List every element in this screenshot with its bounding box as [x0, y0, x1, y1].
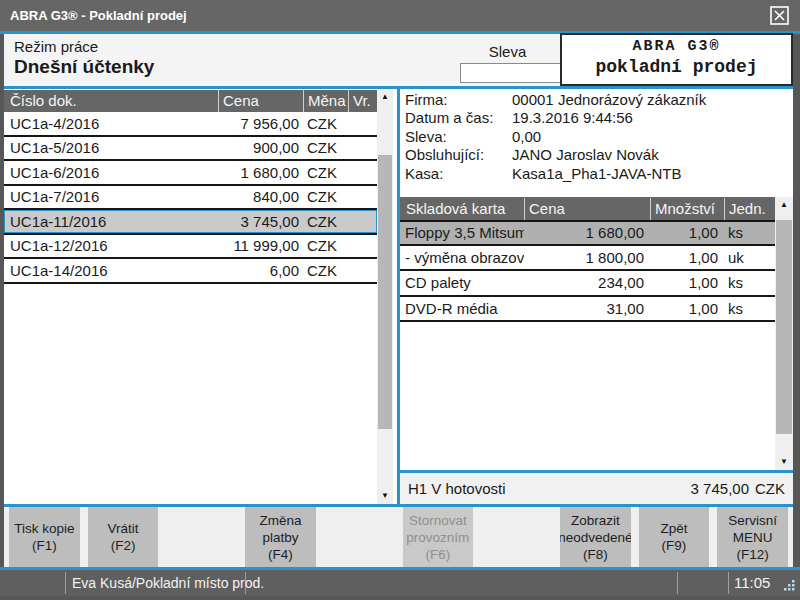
- button-f1[interactable]: Tisk kopie(F1): [9, 507, 80, 567]
- scroll-up-icon[interactable]: ▲: [775, 197, 793, 213]
- button-label: Zobrazit neodvedené: [560, 512, 631, 546]
- item-row[interactable]: DVD-R média31,001,00ks: [400, 297, 775, 323]
- items-header: Skladová kartaCenaMnožstvíJedn.: [400, 197, 775, 220]
- window-bottom-border: [0, 596, 800, 600]
- logo-line1: ABRA G3®: [562, 38, 791, 55]
- item-price: 1 800,00: [524, 249, 650, 266]
- receipt-price: 11 999,00: [218, 237, 303, 254]
- receipt-info: Firma:00001 Jednorázový zákazníkDatum a …: [400, 91, 793, 183]
- receipts-col-header: Cena: [218, 90, 303, 112]
- info-value: 0,00: [512, 128, 541, 146]
- scroll-up-icon[interactable]: ▲: [377, 89, 393, 105]
- item-price: 1 680,00: [524, 224, 650, 241]
- receipt-doc-number: UC1a-14/2016: [4, 262, 218, 279]
- item-qty: 1,00: [650, 300, 724, 317]
- total-amount: 3 745,00: [691, 473, 749, 504]
- pos-window: ABRA G3® - Pokladní prodej Režim práce D…: [0, 0, 800, 600]
- scrollbar-thumb[interactable]: [378, 155, 392, 429]
- receipt-currency: CZK: [303, 237, 348, 254]
- receipt-row[interactable]: UC1a-5/2016900,00CZK: [4, 137, 377, 162]
- button-key: (F12): [737, 546, 769, 563]
- receipts-scrollbar[interactable]: ▲ ▼: [377, 89, 393, 504]
- receipt-currency: CZK: [303, 213, 348, 230]
- button-key: (F4): [268, 546, 293, 563]
- scroll-down-icon[interactable]: ▼: [775, 454, 793, 470]
- info-value: 00001 Jednorázový zákazník: [512, 91, 706, 109]
- receipt-doc-number: UC1a-11/2016: [4, 213, 218, 230]
- receipt-currency: CZK: [303, 188, 348, 205]
- mode-label: Režim práce: [14, 38, 98, 55]
- item-qty: 1,00: [650, 249, 724, 266]
- total-currency: CZK: [755, 473, 785, 504]
- receipt-price: 900,00: [218, 139, 303, 156]
- info-row: Sleva:0,00: [400, 128, 793, 146]
- item-name: DVD-R média: [400, 300, 524, 317]
- button-label: Zpět: [660, 520, 687, 537]
- item-price: 31,00: [524, 300, 650, 317]
- receipts-rows: UC1a-4/20167 956,00CZKUC1a-5/2016900,00C…: [4, 112, 377, 284]
- receipt-doc-number: UC1a-4/2016: [4, 115, 218, 132]
- receipt-currency: CZK: [303, 139, 348, 156]
- items-col-header: Jedn.: [724, 198, 775, 220]
- button-f12[interactable]: Servisní MENU(F12): [717, 507, 788, 567]
- button-f8[interactable]: Zobrazit neodvedené(F8): [560, 507, 631, 567]
- receipt-row[interactable]: UC1a-7/2016840,00CZK: [4, 186, 377, 211]
- item-name: - výměna obrazovky: [400, 249, 524, 266]
- window-title: ABRA G3® - Pokladní prodej: [10, 0, 187, 31]
- items-scrollbar[interactable]: ▲ ▼: [775, 197, 793, 470]
- receipt-doc-number: UC1a-7/2016: [4, 188, 218, 205]
- main-area: Číslo dok.CenaMěnaVr. UC1a-4/20167 956,0…: [4, 89, 793, 504]
- item-unit: ks: [724, 274, 775, 291]
- info-label: Firma:: [400, 91, 512, 109]
- button-f9[interactable]: Zpět(F9): [639, 507, 710, 567]
- empty-slot: [324, 507, 395, 567]
- receipt-row[interactable]: UC1a-6/20161 680,00CZK: [4, 161, 377, 186]
- receipt-row[interactable]: UC1a-4/20167 956,00CZK: [4, 112, 377, 137]
- title-bar: ABRA G3® - Pokladní prodej: [0, 0, 800, 31]
- button-f2[interactable]: Vrátit(F2): [88, 507, 159, 567]
- button-key: (F9): [662, 537, 687, 554]
- item-row[interactable]: - výměna obrazovky1 800,001,00uk: [400, 246, 775, 272]
- button-label: Změna platby: [245, 512, 316, 546]
- receipts-header: Číslo dok.CenaMěnaVr.: [4, 90, 377, 112]
- receipt-row[interactable]: UC1a-14/20166,00CZK: [4, 259, 377, 284]
- button-f4[interactable]: Změna platby(F4): [245, 507, 316, 567]
- info-row: Kasa:Kasa1a_Pha1-JAVA-NTB: [400, 165, 793, 183]
- button-key: (F2): [111, 537, 136, 554]
- receipts-col-header: Číslo dok.: [4, 90, 218, 112]
- info-value: 19.3.2016 9:44:56: [512, 109, 633, 127]
- abra-logo: ABRA G3® pokladní prodej: [560, 33, 793, 86]
- scrollbar-thumb[interactable]: [776, 220, 792, 434]
- status-separator: [65, 572, 66, 594]
- item-row[interactable]: CD palety234,001,00ks: [400, 271, 775, 297]
- mode-value: Dnešní účtenky: [14, 56, 154, 78]
- scroll-down-icon[interactable]: ▼: [377, 488, 393, 504]
- discount-input[interactable]: [460, 63, 561, 83]
- status-separator: [677, 572, 678, 594]
- item-unit: ks: [724, 300, 775, 317]
- item-row[interactable]: Floppy 3,5 Mitsumi1 680,001,00ks: [400, 220, 775, 246]
- receipt-row[interactable]: UC1a-11/20163 745,00CZK: [4, 210, 377, 235]
- button-key: (F8): [583, 546, 608, 563]
- status-user: Eva Kusá/Pokladní místo prod.: [72, 570, 264, 596]
- info-label: Obsluhující:: [400, 146, 512, 164]
- info-label: Sleva:: [400, 128, 512, 146]
- button-key: (F6): [425, 546, 450, 563]
- info-row: Datum a čas:19.3.2016 9:44:56: [400, 109, 793, 127]
- item-price: 234,00: [524, 274, 650, 291]
- receipts-col-header: Vr.: [348, 90, 377, 112]
- receipt-row[interactable]: UC1a-12/201611 999,00CZK: [4, 235, 377, 260]
- header-band: Režim práce Dnešní účtenky Sleva ABRA G3…: [4, 34, 793, 86]
- button-key: (F1): [32, 537, 57, 554]
- receipt-price: 1 680,00: [218, 164, 303, 181]
- empty-slot: [166, 507, 237, 567]
- close-icon[interactable]: [770, 6, 789, 25]
- resize-grip-icon[interactable]: [782, 578, 796, 592]
- info-label: Kasa:: [400, 165, 512, 183]
- receipt-currency: CZK: [303, 262, 348, 279]
- logo-line2: pokladní prodej: [562, 57, 791, 77]
- info-value: JANO Jaroslav Novák: [512, 146, 659, 164]
- button-label: Vrátit: [108, 520, 139, 537]
- receipt-currency: CZK: [303, 164, 348, 181]
- receipt-price: 6,00: [218, 262, 303, 279]
